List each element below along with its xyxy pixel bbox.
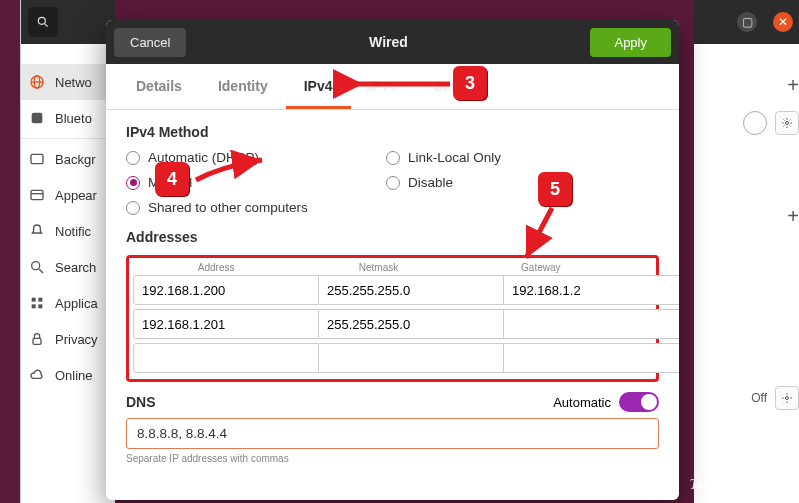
svg-rect-11 <box>32 298 36 302</box>
svg-rect-12 <box>38 298 42 302</box>
dns-automatic-label: Automatic <box>553 395 611 410</box>
annotation-badge-3: 3 <box>453 66 487 100</box>
address-input[interactable] <box>133 343 319 373</box>
addresses-box: Address Netmask Gateway <box>126 255 659 382</box>
tab-ipv4[interactable]: IPv4 <box>286 64 351 109</box>
settings-sidebar: Netwo Blueto Backgr Appear Notific Searc… <box>20 0 115 503</box>
sidebar-item-background[interactable]: Backgr <box>21 141 115 177</box>
proxy-settings-button[interactable] <box>775 386 799 410</box>
sidebar-item-notifications[interactable]: Notific <box>21 213 115 249</box>
connection-settings-button[interactable] <box>775 111 799 135</box>
gateway-input[interactable] <box>504 275 679 305</box>
gear-icon <box>781 392 793 404</box>
sidebar-label: Notific <box>55 224 91 239</box>
netmask-input[interactable] <box>319 343 504 373</box>
sidebar-header <box>21 0 115 44</box>
sidebar-item-appearance[interactable]: Appear <box>21 177 115 213</box>
connection-toggle[interactable] <box>743 111 767 135</box>
proxy-off-label: Off <box>751 391 767 405</box>
annotation-arrow-3 <box>345 74 455 98</box>
gateway-input[interactable] <box>504 343 679 373</box>
gateway-input[interactable] <box>504 309 679 339</box>
add-connection-button[interactable]: + <box>787 74 799 97</box>
sidebar-label: Privacy <box>55 332 98 347</box>
lock-icon <box>29 331 45 347</box>
svg-rect-14 <box>38 304 42 308</box>
cloud-icon <box>29 367 45 383</box>
tab-details[interactable]: Details <box>118 64 200 109</box>
sidebar-label: Search <box>55 260 96 275</box>
sidebar-item-search[interactable]: Search <box>21 249 115 285</box>
address-input[interactable] <box>133 275 319 305</box>
window-close-button[interactable]: ✕ <box>773 12 793 32</box>
svg-point-0 <box>38 17 45 24</box>
annotation-arrow-4 <box>192 158 272 192</box>
sidebar-label: Backgr <box>55 152 95 167</box>
apply-button[interactable]: Apply <box>590 28 671 57</box>
address-row <box>133 343 652 373</box>
sidebar-item-applications[interactable]: Applica <box>21 285 115 321</box>
background-icon <box>29 151 45 167</box>
svg-rect-15 <box>33 338 41 344</box>
search-icon <box>29 259 45 275</box>
svg-point-9 <box>32 262 40 270</box>
gear-icon <box>781 117 793 129</box>
address-input[interactable] <box>133 309 319 339</box>
svg-rect-13 <box>32 304 36 308</box>
svg-point-17 <box>786 397 789 400</box>
svg-point-16 <box>786 122 789 125</box>
tab-identity[interactable]: Identity <box>200 64 286 109</box>
sidebar-search-button[interactable] <box>28 7 58 37</box>
sidebar-item-privacy[interactable]: Privacy <box>21 321 115 357</box>
dns-hint: Separate IP addresses with commas <box>126 453 659 464</box>
sidebar-item-bluetooth[interactable]: Blueto <box>21 100 115 136</box>
column-address: Address <box>135 262 297 273</box>
appearance-icon <box>29 187 45 203</box>
svg-line-1 <box>45 24 48 27</box>
sidebar-label: Online <box>55 368 93 383</box>
addresses-heading: Addresses <box>126 229 659 245</box>
radio-shared[interactable]: Shared to other computers <box>126 200 386 215</box>
address-row <box>133 275 652 305</box>
window-minimize-button[interactable]: ▢ <box>737 12 757 32</box>
netmask-input[interactable] <box>319 309 504 339</box>
dialog-titlebar: Cancel Wired Apply <box>106 20 679 64</box>
dialog-title: Wired <box>186 34 590 50</box>
bell-icon <box>29 223 45 239</box>
annotation-arrow-5 <box>520 206 570 270</box>
sidebar-item-network[interactable]: Netwo <box>21 64 115 100</box>
bluetooth-icon <box>29 110 45 126</box>
apps-icon <box>29 295 45 311</box>
dns-servers-input[interactable] <box>126 418 659 449</box>
svg-rect-5 <box>32 113 43 124</box>
dns-automatic-toggle[interactable] <box>619 392 659 412</box>
svg-line-10 <box>39 269 43 273</box>
sidebar-label: Applica <box>55 296 98 311</box>
address-row <box>133 309 652 339</box>
add-vpn-button[interactable]: + <box>787 205 799 228</box>
sidebar-label: Netwo <box>55 75 92 90</box>
svg-rect-6 <box>31 154 43 163</box>
cancel-button[interactable]: Cancel <box>114 28 186 57</box>
sidebar-label: Appear <box>55 188 97 203</box>
ipv4-method-heading: IPv4 Method <box>126 124 659 140</box>
annotation-badge-5: 5 <box>538 172 572 206</box>
sidebar-label: Blueto <box>55 111 92 126</box>
settings-right-panel: ▢ ✕ + + Off <box>694 0 799 503</box>
annotation-badge-4: 4 <box>155 162 189 196</box>
dns-heading: DNS <box>126 394 156 410</box>
svg-rect-7 <box>31 190 43 199</box>
watermark: TecAdmin.net <box>689 476 771 493</box>
globe-icon <box>29 74 45 90</box>
search-icon <box>36 15 50 29</box>
column-netmask: Netmask <box>297 262 459 273</box>
sidebar-item-online[interactable]: Online <box>21 357 115 393</box>
radio-link-local[interactable]: Link-Local Only <box>386 150 586 165</box>
netmask-input[interactable] <box>319 275 504 305</box>
